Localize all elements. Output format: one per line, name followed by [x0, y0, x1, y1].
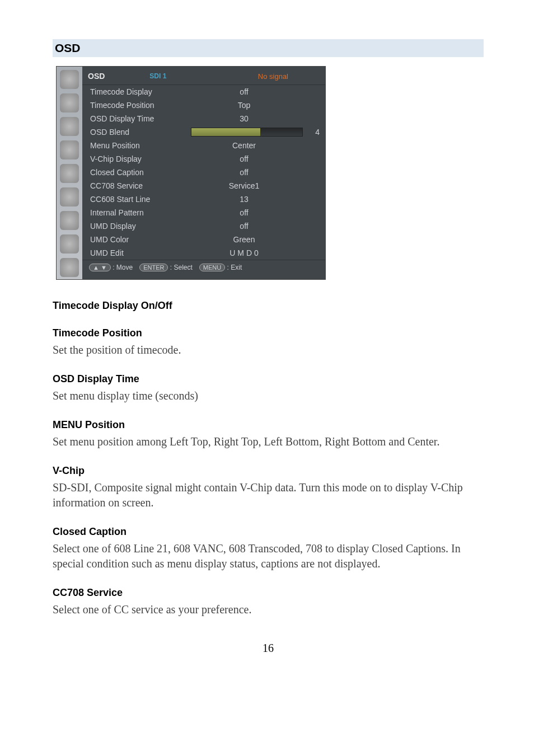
- sidebar-icon-wrench: [60, 140, 79, 159]
- osd-row-value: off: [191, 154, 320, 163]
- heading-vchip: V-Chip: [53, 465, 484, 477]
- osd-row-value: 13: [191, 195, 320, 204]
- body-closed-caption: Select one of 608 Line 21, 608 VANC, 608…: [53, 541, 484, 571]
- sidebar-icon-other: [60, 258, 79, 277]
- heading-osd-display-time: OSD Display Time: [53, 373, 484, 385]
- sidebar-icon-ch2: [60, 117, 79, 136]
- osd-row-timecode-position[interactable]: Timecode Position Top: [82, 98, 325, 112]
- osd-row-value: off: [191, 208, 320, 217]
- osd-row-umd-display[interactable]: UMD Display off: [82, 219, 325, 233]
- heading-timecode-display: Timecode Display On/Off: [53, 300, 484, 312]
- osd-row-label: OSD Display Time: [90, 114, 191, 123]
- osd-sidebar-icons: [57, 67, 82, 279]
- osd-row-label: Menu Position: [90, 141, 191, 150]
- osd-row-label: OSD Blend: [90, 128, 191, 137]
- heading-menu-position: MENU Position: [53, 419, 484, 431]
- body-timecode-position: Set the position of timecode.: [53, 342, 484, 358]
- osd-row-label: UMD Display: [90, 222, 191, 231]
- select-label: : Select: [170, 264, 193, 271]
- sidebar-icon-control: [60, 234, 79, 253]
- heading-cc708-service: CC708 Service: [53, 587, 484, 599]
- osd-row-label: V-Chip Display: [90, 154, 191, 163]
- osd-row-value: 30: [191, 114, 320, 123]
- osd-row-label: Timecode Position: [90, 101, 191, 110]
- osd-row-value: off: [191, 168, 320, 177]
- body-menu-position: Set menu position among Left Top, Right …: [53, 434, 484, 449]
- osd-row-label: UMD Color: [90, 235, 191, 244]
- osd-row-label: Closed Caption: [90, 168, 191, 177]
- osd-title: OSD: [88, 72, 105, 81]
- osd-row-internal-pattern[interactable]: Internal Pattern off: [82, 206, 325, 219]
- osd-menu-screenshot: OSD SDI 1 No signal Timecode Display off…: [56, 66, 326, 280]
- body-osd-display-time: Set menu display time (seconds): [53, 388, 484, 403]
- osd-footer: ▲ ▼ : Move ENTER : Select MENU : Exit: [82, 260, 325, 276]
- sidebar-icon-ch1: [60, 93, 79, 112]
- move-key-icon: ▲ ▼: [89, 264, 111, 271]
- osd-row-value: Green: [191, 235, 320, 244]
- sidebar-icon-main: [60, 70, 79, 89]
- osd-blend-slider[interactable]: [191, 128, 303, 137]
- osd-row-value: off: [191, 222, 320, 231]
- osd-row-menu-position[interactable]: Menu Position Center: [82, 139, 325, 152]
- osd-row-label: CC608 Start Line: [90, 195, 191, 204]
- osd-row-umd-edit[interactable]: UMD Edit U M D 0: [82, 246, 325, 260]
- osd-row-label: CC708 Service: [90, 181, 191, 190]
- osd-row-vchip-display[interactable]: V-Chip Display off: [82, 152, 325, 166]
- osd-row-value: off: [191, 87, 320, 96]
- heading-timecode-position: Timecode Position: [53, 327, 484, 339]
- exit-key-icon: MENU: [199, 264, 225, 271]
- osd-row-umd-color[interactable]: UMD Color Green: [82, 233, 325, 246]
- osd-row-timecode-display[interactable]: Timecode Display off: [82, 85, 325, 98]
- sidebar-icon-display: [60, 164, 79, 183]
- exit-label: : Exit: [227, 264, 242, 271]
- osd-row-osd-blend[interactable]: OSD Blend 4: [82, 125, 325, 139]
- sidebar-icon-osd: [60, 187, 79, 206]
- osd-signal-status: No signal: [258, 72, 288, 81]
- osd-row-value: U M D 0: [191, 248, 320, 257]
- osd-row-label: Internal Pattern: [90, 208, 191, 217]
- osd-row-value: Center: [191, 141, 320, 150]
- sidebar-icon-color: [60, 211, 79, 230]
- move-label: : Move: [113, 264, 133, 271]
- section-heading: OSD: [53, 39, 484, 57]
- osd-row-label: UMD Edit: [90, 248, 191, 257]
- osd-row-osd-display-time[interactable]: OSD Display Time 30: [82, 112, 325, 125]
- osd-header: OSD SDI 1 No signal: [82, 67, 325, 85]
- osd-source: SDI 1: [149, 72, 166, 80]
- page-number: 16: [53, 642, 484, 655]
- osd-row-value: Top: [191, 101, 320, 110]
- select-key-icon: ENTER: [139, 264, 168, 271]
- body-cc708-service: Select one of CC service as your prefere…: [53, 602, 484, 617]
- osd-row-value: Service1: [191, 181, 320, 190]
- body-vchip: SD-SDI, Composite signal might contain V…: [53, 480, 484, 510]
- heading-closed-caption: Closed Caption: [53, 526, 484, 538]
- osd-row-label: Timecode Display: [90, 87, 191, 96]
- osd-row-cc608-start-line[interactable]: CC608 Start Line 13: [82, 192, 325, 206]
- osd-blend-value: 4: [308, 128, 320, 137]
- osd-row-cc708-service[interactable]: CC708 Service Service1: [82, 179, 325, 192]
- osd-row-closed-caption[interactable]: Closed Caption off: [82, 166, 325, 179]
